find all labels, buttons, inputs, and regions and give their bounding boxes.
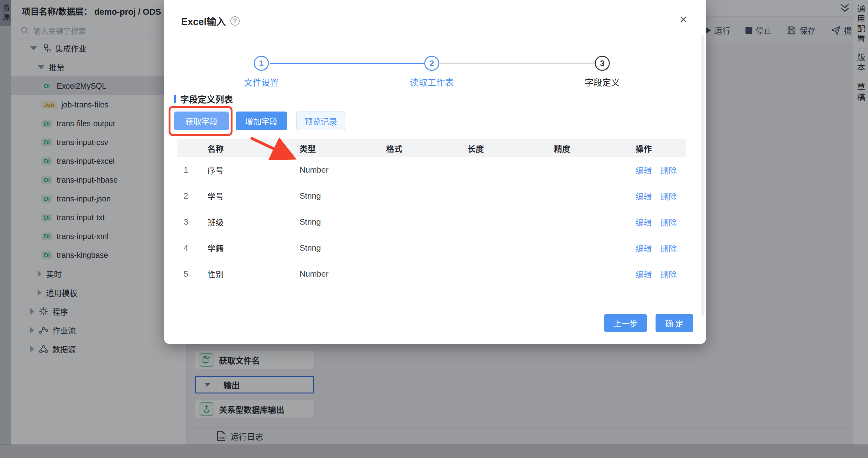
section-title: 字段定义列表	[180, 93, 233, 105]
step-2-read-worksheet: 2 读取工作表	[385, 56, 479, 88]
step-label: 文件设置	[244, 76, 279, 88]
add-field-button[interactable]: 增加字段	[236, 111, 287, 130]
field-name: 学籍	[208, 242, 300, 254]
field-type: String	[300, 191, 386, 201]
table-row: 2 学号 String 编辑删除	[177, 183, 686, 209]
edit-link[interactable]: 编辑	[636, 268, 652, 280]
field-type: String	[300, 243, 386, 253]
dialog-header: Excel输入 ?	[181, 14, 240, 28]
delete-link[interactable]: 删除	[660, 216, 677, 228]
col-format: 格式	[386, 142, 468, 154]
field-name: 班级	[208, 216, 300, 228]
delete-link[interactable]: 删除	[660, 242, 677, 254]
dialog-title: Excel输入	[181, 14, 226, 28]
table-row: 4 学籍 String 编辑删除	[177, 235, 686, 261]
row-index: 4	[177, 243, 208, 253]
delete-link[interactable]: 删除	[660, 268, 677, 280]
step-label: 字段定义	[585, 76, 620, 88]
modal-scrollbar[interactable]	[701, 35, 705, 316]
row-index: 2	[177, 191, 208, 201]
field-type: String	[300, 217, 386, 227]
close-icon[interactable]: ×	[679, 12, 687, 26]
col-length: 长度	[468, 142, 554, 154]
table-row: 3 班级 String 编辑删除	[177, 209, 686, 235]
field-name: 学号	[208, 190, 300, 202]
col-operations: 操作	[636, 142, 686, 154]
col-precision: 精度	[554, 142, 636, 154]
delete-link[interactable]: 删除	[660, 164, 677, 176]
step-3-field-definition: 3 字段定义	[555, 56, 649, 88]
row-index: 1	[177, 165, 208, 175]
help-icon[interactable]: ?	[230, 16, 240, 26]
step-number: 1	[254, 56, 269, 71]
step-1-file-settings: 1 文件设置	[214, 56, 308, 88]
section-accent-bar	[174, 95, 176, 103]
annotation-highlight-box	[168, 106, 232, 136]
previous-step-button[interactable]: 上一步	[604, 314, 647, 332]
edit-link[interactable]: 编辑	[636, 242, 652, 254]
annotation-arrow	[243, 130, 305, 167]
edit-link[interactable]: 编辑	[636, 164, 652, 176]
field-type: Number	[300, 269, 386, 279]
delete-link[interactable]: 删除	[660, 190, 677, 202]
field-name: 性别	[208, 268, 300, 280]
row-index: 5	[177, 269, 208, 279]
row-index: 3	[177, 217, 208, 227]
field-type: Number	[300, 165, 386, 175]
excel-input-dialog: Excel输入 ? × 1 文件设置 2 读取工作表 3 字段定义 字段定义列表…	[164, 0, 706, 344]
edit-link[interactable]: 编辑	[636, 190, 652, 202]
step-number: 3	[595, 56, 610, 71]
step-number: 2	[424, 56, 439, 71]
step-label: 读取工作表	[410, 76, 454, 88]
screen: 资源 项目名称/数据层： demo-proj / ODS 输入关键字搜索 集成作…	[0, 0, 868, 458]
confirm-button[interactable]: 确 定	[655, 314, 693, 332]
edit-link[interactable]: 编辑	[636, 216, 652, 228]
preview-records-button[interactable]: 预览记录	[297, 111, 345, 130]
col-type: 类型	[300, 142, 386, 154]
table-row: 5 性别 Number 编辑删除	[177, 261, 686, 287]
section-header: 字段定义列表	[174, 93, 233, 105]
